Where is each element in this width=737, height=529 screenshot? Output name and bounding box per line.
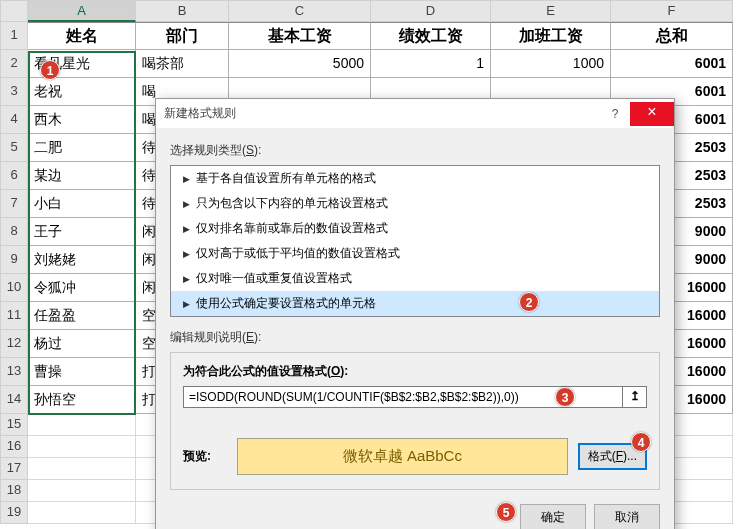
cell[interactable]: 西木 (28, 106, 136, 134)
badge-3: 3 (555, 387, 575, 407)
row-header[interactable]: 3 (0, 78, 28, 106)
cell[interactable] (28, 502, 136, 524)
cancel-button[interactable]: 取消 (594, 504, 660, 524)
row-header[interactable]: 16 (0, 436, 28, 458)
row-header[interactable]: 18 (0, 480, 28, 502)
cell[interactable]: 令狐冲 (28, 274, 136, 302)
row-header[interactable]: 12 (0, 330, 28, 358)
cell[interactable]: 二肥 (28, 134, 136, 162)
row-header[interactable]: 14 (0, 386, 28, 414)
badge-5: 5 (496, 502, 516, 522)
row-header[interactable]: 19 (0, 502, 28, 524)
cell[interactable]: 刘姥姥 (28, 246, 136, 274)
cell[interactable]: 总和 (611, 22, 733, 50)
cell[interactable]: 5000 (229, 50, 371, 78)
badge-4: 4 (631, 432, 651, 452)
rule-type-item[interactable]: ▶仅对唯一值或重复值设置格式 (171, 266, 659, 291)
table-header-row: 1 姓名 部门 基本工资 绩效工资 加班工资 总和 (0, 22, 737, 50)
rule-type-item[interactable]: ▶基于各自值设置所有单元格的格式 (171, 166, 659, 191)
col-header-A[interactable]: A (28, 0, 136, 22)
table-row: 2看见星光喝茶部5000110006001 (0, 50, 737, 78)
cell[interactable]: 部门 (136, 22, 229, 50)
cell[interactable]: 1 (371, 50, 491, 78)
row-header[interactable]: 8 (0, 218, 28, 246)
cell[interactable]: 小白 (28, 190, 136, 218)
cell[interactable]: 绩效工资 (371, 22, 491, 50)
preview-sample: 微软卓越 AaBbCc (237, 438, 568, 475)
cell[interactable]: 姓名 (28, 22, 136, 50)
cell[interactable]: 6001 (611, 50, 733, 78)
rule-edit-panel: 为符合此公式的值设置格式(O): ↥ 3 预览: 微软卓越 AaBbCc 格式(… (170, 352, 660, 490)
new-format-rule-dialog: 新建格式规则 ? × 选择规则类型(S): ▶基于各自值设置所有单元格的格式 ▶… (155, 98, 675, 524)
cell[interactable]: 曹操 (28, 358, 136, 386)
row-header[interactable]: 11 (0, 302, 28, 330)
cell[interactable] (28, 458, 136, 480)
col-header-F[interactable]: F (611, 0, 733, 22)
cell[interactable] (28, 480, 136, 502)
ok-button[interactable]: 确定 (520, 504, 586, 524)
help-button[interactable]: ? (600, 107, 630, 121)
preview-label: 预览: (183, 448, 227, 465)
badge-2: 2 (519, 292, 539, 312)
col-header-E[interactable]: E (491, 0, 611, 22)
row-header[interactable]: 6 (0, 162, 28, 190)
row-header[interactable]: 15 (0, 414, 28, 436)
row-header[interactable]: 2 (0, 50, 28, 78)
select-rule-type-label: 选择规则类型(S): (170, 142, 660, 159)
column-headers: A B C D E F (0, 0, 737, 22)
rule-type-list[interactable]: ▶基于各自值设置所有单元格的格式 ▶只为包含以下内容的单元格设置格式 ▶仅对排名… (170, 165, 660, 317)
row-header[interactable]: 5 (0, 134, 28, 162)
cell[interactable]: 某边 (28, 162, 136, 190)
edit-rule-desc-label: 编辑规则说明(E): (170, 329, 660, 346)
row-header[interactable]: 10 (0, 274, 28, 302)
cell[interactable]: 任盈盈 (28, 302, 136, 330)
cell[interactable]: 杨过 (28, 330, 136, 358)
dialog-titlebar[interactable]: 新建格式规则 ? × (156, 99, 674, 128)
row-header[interactable]: 9 (0, 246, 28, 274)
select-all-corner[interactable] (0, 0, 28, 22)
col-header-D[interactable]: D (371, 0, 491, 22)
col-header-B[interactable]: B (136, 0, 229, 22)
cell[interactable]: 老祝 (28, 78, 136, 106)
cell[interactable] (28, 436, 136, 458)
rule-type-item[interactable]: ▶只为包含以下内容的单元格设置格式 (171, 191, 659, 216)
cell[interactable]: 加班工资 (491, 22, 611, 50)
cell[interactable]: 王子 (28, 218, 136, 246)
range-picker-button[interactable]: ↥ (623, 386, 647, 408)
cell[interactable]: 1000 (491, 50, 611, 78)
cell[interactable] (28, 414, 136, 436)
row-header[interactable]: 1 (0, 22, 28, 50)
dialog-title: 新建格式规则 (164, 105, 600, 122)
rule-type-item[interactable]: ▶仅对高于或低于平均值的数值设置格式 (171, 241, 659, 266)
row-header[interactable]: 4 (0, 106, 28, 134)
row-header[interactable]: 17 (0, 458, 28, 480)
row-header[interactable]: 7 (0, 190, 28, 218)
formula-label: 为符合此公式的值设置格式(O): (183, 363, 647, 380)
row-header[interactable]: 13 (0, 358, 28, 386)
close-button[interactable]: × (630, 102, 674, 126)
cell[interactable]: 喝茶部 (136, 50, 229, 78)
rule-type-item[interactable]: ▶仅对排名靠前或靠后的数值设置格式 (171, 216, 659, 241)
cell[interactable]: 基本工资 (229, 22, 371, 50)
badge-1: 1 (40, 60, 60, 80)
rule-type-item-selected[interactable]: ▶使用公式确定要设置格式的单元格 2 (171, 291, 659, 316)
col-header-C[interactable]: C (229, 0, 371, 22)
cell[interactable]: 孙悟空 (28, 386, 136, 414)
